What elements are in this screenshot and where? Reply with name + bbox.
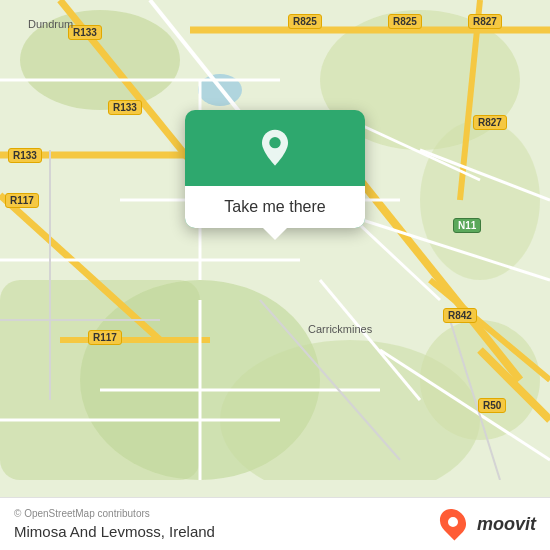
road-label-r50: R50 <box>478 398 506 413</box>
moovit-pin-icon <box>435 504 472 541</box>
road-label-r825b: R825 <box>388 14 422 29</box>
map-svg <box>0 0 550 480</box>
road-label-r842: R842 <box>443 308 477 323</box>
moovit-logo: moovit <box>441 508 536 540</box>
place-name-dundrum: Dundrum <box>28 18 73 30</box>
moovit-text: moovit <box>477 514 536 535</box>
map-container: R133 R133 R133 R117 R117 R825 R825 R827 … <box>0 0 550 550</box>
place-name-carrickmines: Carrickmines <box>308 323 372 335</box>
road-label-r133b: R133 <box>108 100 142 115</box>
take-me-there-button[interactable]: Take me there <box>185 186 365 228</box>
road-label-r827b: R827 <box>473 115 507 130</box>
road-label-r117b: R117 <box>88 330 122 345</box>
road-label-r133c: R133 <box>8 148 42 163</box>
svg-point-7 <box>420 320 540 440</box>
popup-icon-area <box>185 110 365 186</box>
popup-card: Take me there <box>185 110 365 228</box>
road-label-r827a: R827 <box>468 14 502 29</box>
location-name: Mimosa And Levmoss, Ireland <box>14 523 215 540</box>
road-label-n11: N11 <box>453 218 481 233</box>
svg-point-3 <box>420 120 540 280</box>
info-left: © OpenStreetMap contributors Mimosa And … <box>14 508 215 540</box>
info-bar: © OpenStreetMap contributors Mimosa And … <box>0 497 550 550</box>
road-label-r117a: R117 <box>5 193 39 208</box>
road-label-r825a: R825 <box>288 14 322 29</box>
attribution: © OpenStreetMap contributors <box>14 508 215 519</box>
svg-point-36 <box>269 137 280 148</box>
location-pin-icon <box>253 128 297 172</box>
